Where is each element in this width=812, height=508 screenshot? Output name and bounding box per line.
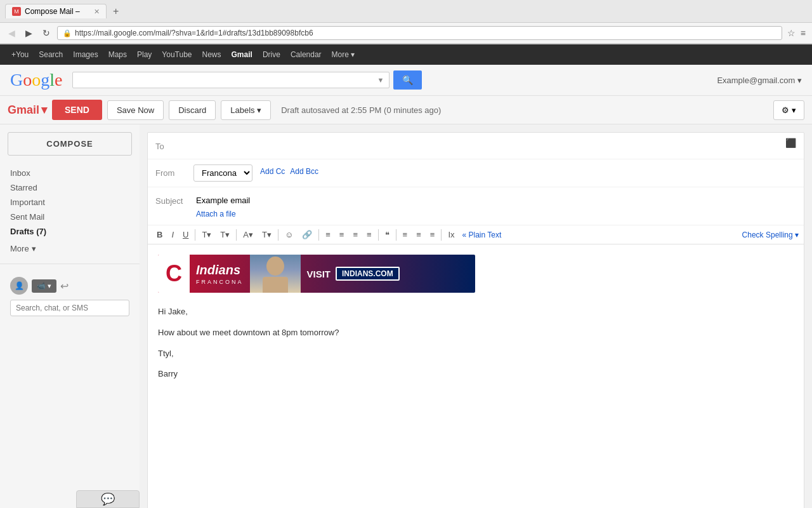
- topbar-news[interactable]: News: [197, 44, 226, 65]
- google-searchbar: Google ▼ 🔍 Example@gmail.com ▾: [0, 65, 812, 96]
- add-cc-link[interactable]: Add Cc: [260, 167, 285, 176]
- sidebar-item-starred[interactable]: Starred: [0, 180, 140, 195]
- chat-popup[interactable]: 💬: [76, 490, 140, 508]
- from-label: From: [155, 164, 193, 178]
- emoji-button[interactable]: ☺: [281, 228, 297, 241]
- ad-person-name: FRANCONA: [196, 279, 244, 285]
- link-button[interactable]: 🔗: [298, 228, 316, 241]
- topbar-drive[interactable]: Drive: [258, 44, 285, 65]
- clear-formatting-button[interactable]: Ix: [444, 228, 458, 241]
- google-topbar: +You Search Images Maps Play YouTube New…: [0, 44, 812, 65]
- separator-4: [318, 229, 319, 241]
- ad-url: INDIANS.COM: [336, 267, 400, 281]
- highlight-button[interactable]: T▾: [258, 228, 275, 241]
- outdent-button[interactable]: ≡: [349, 228, 362, 241]
- unordered-list-button[interactable]: ≡: [336, 228, 348, 241]
- align-left-button[interactable]: ≡: [399, 228, 412, 241]
- plain-text-link[interactable]: « Plain Text: [462, 231, 502, 239]
- search-input[interactable]: [78, 75, 373, 85]
- tab-favicon: M: [12, 7, 21, 16]
- settings-button[interactable]: ⚙ ▾: [773, 100, 804, 120]
- gmail-dropdown-arrow[interactable]: ▾: [41, 103, 47, 117]
- compose-button[interactable]: COMPOSE: [8, 132, 132, 156]
- send-button[interactable]: SEND: [52, 100, 102, 120]
- sidebar-item-important[interactable]: Important: [0, 195, 140, 210]
- font-color-button[interactable]: A▾: [239, 228, 257, 241]
- ordered-list-button[interactable]: ≡: [322, 228, 334, 241]
- logo-o2: o: [32, 70, 41, 90]
- topbar-play[interactable]: Play: [132, 44, 157, 65]
- topbar-gmail[interactable]: Gmail: [226, 44, 258, 65]
- indent-button[interactable]: ≡: [363, 228, 376, 241]
- logo-g2: g: [41, 70, 49, 90]
- sidebar-item-inbox[interactable]: Inbox: [0, 166, 140, 180]
- align-center-button[interactable]: ≡: [412, 228, 425, 241]
- topbar-search[interactable]: Search: [34, 44, 68, 65]
- svg-rect-1: [263, 277, 288, 293]
- gmail-label[interactable]: Gmail ▾: [8, 103, 47, 117]
- align-right-button[interactable]: ≡: [426, 228, 439, 241]
- compose-area: To ⬛ From Francona Add Cc Add Bcc Subjec…: [147, 132, 804, 508]
- from-field: From Francona Add Cc Add Bcc: [148, 159, 804, 187]
- subject-label: Subject: [155, 192, 193, 206]
- email-body[interactable]: C Indians FRANCONA VISIT: [148, 244, 804, 508]
- reply-icon[interactable]: ↩: [60, 280, 69, 292]
- from-select[interactable]: Francona: [193, 164, 252, 182]
- labels-button[interactable]: Labels ▾: [221, 100, 271, 120]
- sidebar-item-drafts[interactable]: Drafts (7): [0, 224, 140, 239]
- sidebar-drafts-label: Drafts (7): [10, 227, 46, 236]
- italic-button[interactable]: I: [167, 228, 178, 241]
- topbar-images[interactable]: Images: [68, 44, 103, 65]
- reload-button[interactable]: ↻: [39, 27, 53, 39]
- to-input[interactable]: [193, 138, 785, 154]
- underline-button[interactable]: U: [179, 228, 192, 241]
- tab-title: Compose Mail –: [25, 7, 80, 16]
- email-body-text: How about we meet downtown at 8pm tomorr…: [158, 326, 794, 340]
- font-size-button[interactable]: T▾: [216, 228, 233, 241]
- sidebar-more-button[interactable]: More ▾: [0, 239, 140, 258]
- attach-file-link[interactable]: Attach a file: [193, 208, 796, 220]
- chat-search-input[interactable]: [10, 300, 129, 316]
- video-dropdown-arrow: ▾: [48, 282, 51, 290]
- video-chat-button[interactable]: 📹 ▾: [32, 279, 56, 293]
- browser-tab[interactable]: M Compose Mail – ✕: [5, 4, 107, 18]
- separator-6: [396, 229, 396, 241]
- forward-button[interactable]: ▶: [22, 27, 36, 39]
- sidebar-sent-label: Sent Mail: [10, 212, 44, 222]
- google-logo[interactable]: Google: [10, 70, 62, 90]
- topbar-you[interactable]: +You: [6, 44, 34, 65]
- topbar-calendar[interactable]: Calendar: [285, 44, 327, 65]
- subject-input[interactable]: [193, 192, 796, 208]
- svg-point-0: [266, 257, 284, 276]
- sidebar-item-sent[interactable]: Sent Mail: [0, 210, 140, 224]
- user-account[interactable]: Example@gmail.com ▾: [717, 76, 802, 85]
- new-tab-button[interactable]: +: [110, 6, 121, 17]
- bookmark-star-icon[interactable]: ☆: [786, 27, 797, 39]
- tab-close-button[interactable]: ✕: [94, 8, 100, 16]
- search-dropdown-arrow[interactable]: ▼: [377, 76, 384, 84]
- main-layout: COMPOSE Inbox Starred Important Sent Mai…: [0, 124, 812, 508]
- topbar-maps[interactable]: Maps: [103, 44, 132, 65]
- add-bcc-link[interactable]: Add Bcc: [290, 167, 318, 176]
- subject-field: Subject Attach a file: [148, 187, 804, 225]
- topbar-more[interactable]: More ▾: [327, 44, 360, 65]
- sidebar-inbox-label: Inbox: [10, 168, 30, 178]
- gmail-toolbar: Gmail ▾ SEND Save Now Discard Labels ▾ D…: [0, 96, 812, 124]
- back-button[interactable]: ◀: [5, 27, 18, 39]
- expand-icon[interactable]: ⬛: [785, 138, 796, 148]
- sidebar: COMPOSE Inbox Starred Important Sent Mai…: [0, 124, 140, 508]
- font-button[interactable]: T▾: [198, 228, 215, 241]
- save-now-button[interactable]: Save Now: [107, 100, 164, 120]
- browser-toolbar-icons: ☆ ≡: [786, 27, 807, 39]
- separator-3: [278, 229, 278, 241]
- bold-button[interactable]: B: [153, 228, 166, 241]
- chat-controls: 👤 📹 ▾ ↩: [10, 277, 129, 295]
- check-spelling-button[interactable]: Check Spelling ▾: [742, 231, 799, 239]
- discard-button[interactable]: Discard: [169, 100, 216, 120]
- quote-button[interactable]: ❝: [381, 228, 393, 241]
- topbar-youtube[interactable]: YouTube: [157, 44, 197, 65]
- cc-bcc-links: Add Cc Add Bcc: [260, 164, 318, 178]
- address-bar[interactable]: 🔒 https://mail.google.com/mail/?shva=1&r…: [57, 26, 782, 40]
- search-button[interactable]: 🔍: [393, 70, 422, 90]
- chrome-menu-icon[interactable]: ≡: [799, 27, 807, 39]
